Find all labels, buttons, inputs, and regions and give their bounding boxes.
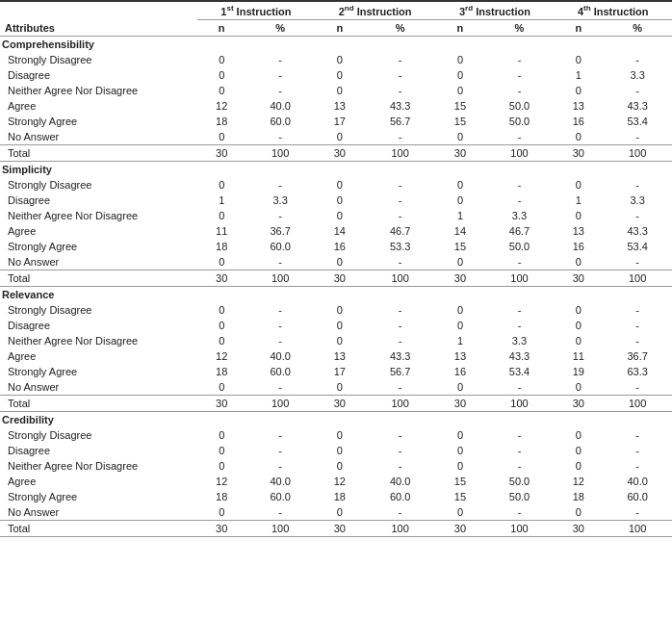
pct-val-inst2: -	[365, 129, 436, 145]
pct-val-inst2: 56.7	[365, 364, 436, 379]
n-val-inst4: 1	[555, 193, 604, 208]
n-val-inst3: 0	[435, 302, 484, 318]
pct-val-inst2: -	[365, 83, 436, 98]
n-val-inst1: 0	[197, 504, 246, 521]
n-val-inst1: 18	[197, 114, 246, 129]
pct-val-inst1: -	[246, 177, 314, 193]
n-val-inst1: 0	[197, 177, 246, 193]
n-val-inst3: 14	[435, 223, 484, 239]
instruction-4-header: 4th Instruction	[555, 1, 672, 19]
data-row: No Answer0-0-0-0-	[0, 504, 672, 521]
n-val-inst3: 0	[435, 379, 484, 396]
row-label: Total	[0, 144, 197, 161]
n-val-inst2: 0	[315, 302, 365, 318]
pct-val-inst4: -	[603, 254, 672, 270]
pct-val-inst4: 53.4	[603, 239, 672, 254]
data-row: Neither Agree Nor Disagree0-0-0-0-	[0, 458, 672, 474]
pct-val-inst3: 53.4	[484, 364, 554, 379]
data-row: No Answer0-0-0-0-	[0, 129, 672, 145]
pct-val-inst4: -	[603, 458, 672, 474]
pct-val-inst2: -	[365, 254, 436, 270]
n-val-inst1: 0	[197, 427, 246, 443]
pct-val-inst3: -	[484, 254, 554, 270]
main-table: Attributes 1st Instruction 2nd Instructi…	[0, 0, 672, 537]
pct-val-inst3: -	[484, 302, 554, 318]
n-val-inst3: 0	[435, 318, 484, 333]
pct-val-inst2: -	[365, 208, 436, 223]
pct-val-inst1: 60.0	[246, 114, 314, 129]
pct-val-inst2: -	[365, 443, 436, 458]
category-row: Relevance	[0, 286, 672, 302]
n-val-inst1: 0	[197, 318, 246, 333]
pct-val-inst3: 50.0	[484, 474, 554, 489]
n-val-inst3: 30	[435, 395, 484, 411]
n-val-inst3: 1	[435, 208, 484, 223]
n-header-2: n	[315, 19, 365, 36]
n-val-inst3: 0	[435, 254, 484, 270]
pct-header-2: %	[365, 19, 436, 36]
row-label: Strongly Agree	[0, 114, 197, 129]
pct-val-inst2: 100	[365, 520, 436, 536]
pct-val-inst3: -	[484, 504, 554, 521]
n-val-inst1: 0	[197, 379, 246, 396]
n-val-inst3: 16	[435, 364, 484, 379]
pct-val-inst2: -	[365, 193, 436, 208]
data-row: Strongly Agree1860.01653.31550.01653.4	[0, 239, 672, 254]
n-val-inst1: 0	[197, 458, 246, 474]
pct-val-inst2: 100	[365, 144, 436, 161]
row-label: No Answer	[0, 129, 197, 145]
total-row: Total30100301003010030100	[0, 520, 672, 536]
pct-val-inst2: 56.7	[365, 114, 436, 129]
n-val-inst2: 30	[315, 520, 365, 536]
n-val-inst4: 30	[555, 144, 604, 161]
pct-val-inst3: 100	[484, 144, 554, 161]
n-val-inst2: 0	[315, 318, 365, 333]
pct-val-inst4: 40.0	[603, 474, 672, 489]
pct-val-inst2: -	[365, 379, 436, 396]
n-val-inst3: 15	[435, 114, 484, 129]
pct-val-inst3: -	[484, 83, 554, 98]
pct-val-inst1: -	[246, 129, 314, 145]
row-label: Agree	[0, 98, 197, 114]
pct-val-inst1: -	[246, 379, 314, 396]
pct-val-inst1: -	[246, 427, 314, 443]
pct-val-inst1: -	[246, 67, 314, 83]
pct-val-inst1: 40.0	[246, 474, 314, 489]
pct-val-inst2: -	[365, 52, 436, 67]
n-val-inst3: 0	[435, 504, 484, 521]
pct-val-inst1: -	[246, 302, 314, 318]
n-val-inst4: 11	[555, 348, 604, 364]
pct-val-inst2: -	[365, 458, 436, 474]
pct-val-inst4: -	[603, 52, 672, 67]
n-val-inst4: 0	[555, 302, 604, 318]
n-val-inst2: 13	[315, 348, 365, 364]
n-val-inst3: 1	[435, 333, 484, 348]
n-val-inst4: 13	[555, 223, 604, 239]
row-label: Strongly Agree	[0, 239, 197, 254]
n-val-inst1: 11	[197, 223, 246, 239]
n-val-inst3: 13	[435, 348, 484, 364]
pct-val-inst1: -	[246, 504, 314, 521]
n-val-inst3: 0	[435, 443, 484, 458]
n-val-inst1: 12	[197, 348, 246, 364]
n-val-inst4: 18	[555, 489, 604, 504]
n-val-inst1: 0	[197, 333, 246, 348]
n-val-inst1: 0	[197, 129, 246, 145]
data-row: Agree1240.01343.31343.31136.7	[0, 348, 672, 364]
n-val-inst3: 15	[435, 489, 484, 504]
n-val-inst4: 0	[555, 52, 604, 67]
pct-val-inst3: 50.0	[484, 114, 554, 129]
pct-val-inst4: -	[603, 504, 672, 521]
data-row: Agree1240.01343.31550.01343.3	[0, 98, 672, 114]
pct-val-inst2: -	[365, 177, 436, 193]
pct-val-inst2: 46.7	[365, 223, 436, 239]
n-val-inst1: 30	[197, 395, 246, 411]
data-row: Neither Agree Nor Disagree0-0-0-0-	[0, 83, 672, 98]
total-row: Total30100301003010030100	[0, 144, 672, 161]
attributes-header: Attributes	[0, 1, 197, 36]
pct-val-inst4: -	[603, 318, 672, 333]
n-val-inst4: 16	[555, 114, 604, 129]
pct-val-inst3: -	[484, 443, 554, 458]
pct-val-inst3: -	[484, 129, 554, 145]
pct-val-inst1: 100	[246, 395, 314, 411]
